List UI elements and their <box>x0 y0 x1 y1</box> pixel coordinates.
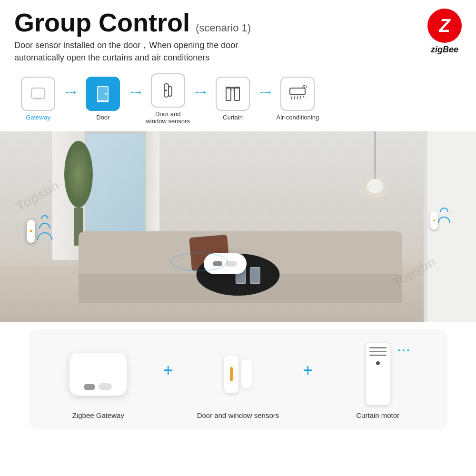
door-frame-right <box>424 131 476 322</box>
flow-item-curtain: Curtain <box>209 77 257 121</box>
more-dots: ··· <box>397 344 411 357</box>
arrow-3: ···→ <box>195 86 206 99</box>
sensor-label: Door and window sensors <box>146 110 190 125</box>
title-line: Group Control (scenario 1) <box>14 9 462 37</box>
flow-item-ac: Air-conditioning <box>274 77 321 121</box>
zigbee-z-letter: Z <box>439 17 450 35</box>
ac-icon-box <box>280 77 315 111</box>
door-icon <box>92 83 113 104</box>
cm-line-2 <box>369 351 387 352</box>
zigbee-logo: Z zigBee <box>427 9 462 55</box>
arrow-4: ···→ <box>259 86 271 99</box>
cm-dot <box>376 361 380 365</box>
plant <box>64 131 93 246</box>
zigbee-label: zigBee <box>431 45 458 55</box>
curtain-label: Curtain <box>223 114 243 121</box>
gateway-label: Gateway <box>26 114 50 121</box>
description: Door sensor installed on the door，When o… <box>14 40 462 63</box>
flow-item-gateway: Gateway <box>14 77 62 121</box>
product-gateway: Zigbee Gateway <box>38 341 159 419</box>
svg-line-14 <box>291 96 292 99</box>
svg-line-16 <box>297 96 298 99</box>
gateway-icon <box>28 83 49 104</box>
description-line2: automatically open the curtains and air … <box>14 53 209 62</box>
wifi-waves-right <box>440 208 450 229</box>
sensors-product-label: Door and window sensors <box>197 411 279 419</box>
svg-rect-1 <box>35 98 41 99</box>
page: Z zigBee Group Control (scenario 1) Door… <box>0 0 476 476</box>
gateway-icon-box <box>21 77 55 111</box>
sensor-left-body <box>27 220 35 243</box>
gateway-product-body <box>69 353 127 396</box>
product-curtain: ··· Curtain motor <box>317 341 438 419</box>
curtain-product-image: ··· <box>345 341 411 407</box>
gateway-product-label: Zigbee Gateway <box>72 411 124 419</box>
main-image: Topsbn Topsbn <box>0 131 476 322</box>
product-sensors: Door and window sensors <box>178 341 298 419</box>
ac-icon <box>287 83 308 104</box>
curtain-product-label: Curtain motor <box>356 411 399 419</box>
curtain-right <box>145 131 159 246</box>
svg-rect-0 <box>31 88 45 99</box>
arrow-2: ···→ <box>129 86 141 99</box>
lamp-cord <box>374 131 376 179</box>
sensor-main-piece <box>224 355 238 393</box>
gateway-product-usb <box>84 384 95 390</box>
sensor-small-piece <box>241 360 252 388</box>
door-sensor-right <box>430 211 438 229</box>
door-icon-box <box>86 77 120 111</box>
curtain-product-body <box>366 343 390 405</box>
svg-line-15 <box>294 96 295 99</box>
svg-rect-13 <box>290 88 305 95</box>
description-line1: Door sensor installed on the door，When o… <box>14 40 238 50</box>
gateway-product-btn <box>99 383 112 390</box>
flow-diagram: Gateway ···→ Door ···→ <box>0 69 476 131</box>
curtain-icon <box>222 83 243 104</box>
room-background <box>0 131 476 322</box>
sensors-product-image <box>205 341 271 407</box>
lamp-shade <box>367 179 383 193</box>
svg-line-18 <box>303 96 304 98</box>
plus-2: + <box>303 360 313 380</box>
cm-line-1 <box>369 347 387 348</box>
products-section: Zigbee Gateway + Door and window sensors… <box>29 329 447 429</box>
sensors-product-body <box>224 355 252 393</box>
svg-point-4 <box>105 93 107 95</box>
arrow-1: ···→ <box>65 86 76 99</box>
svg-rect-11 <box>235 87 239 100</box>
sensor-left-group <box>27 215 52 248</box>
gateway-product-image <box>65 341 131 407</box>
wifi-waves-left <box>41 215 52 248</box>
sensor-icon <box>158 80 178 101</box>
cm-line-3 <box>369 355 387 356</box>
curtain-icon-box <box>216 77 250 111</box>
door-label: Door <box>96 114 109 121</box>
page-subtitle: (scenario 1) <box>196 22 251 34</box>
header-section: Z zigBee Group Control (scenario 1) Door… <box>0 0 476 69</box>
products-wrapper: Zigbee Gateway + Door and window sensors… <box>0 322 476 429</box>
sensor-icon-box <box>151 73 185 108</box>
sensor-stripe <box>230 367 233 381</box>
plus-1: + <box>163 360 173 380</box>
page-title: Group Control <box>14 9 190 37</box>
flow-item-sensor: Door and window sensors <box>144 73 192 125</box>
flow-item-door: Door <box>79 77 127 121</box>
svg-rect-7 <box>169 87 172 96</box>
ac-label: Air-conditioning <box>277 114 319 121</box>
gateway-ripple <box>170 252 228 271</box>
zigbee-circle: Z <box>427 9 462 43</box>
svg-line-17 <box>300 96 301 99</box>
svg-point-8 <box>165 89 167 91</box>
svg-rect-10 <box>226 87 231 100</box>
